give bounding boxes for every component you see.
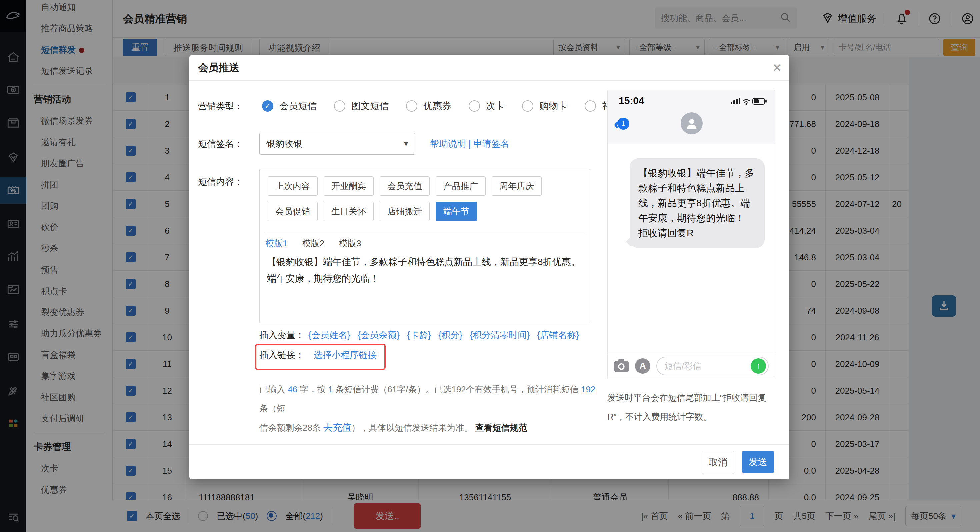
variable-link[interactable]: {会员姓名} xyxy=(308,329,350,341)
template-chip-周年店庆[interactable]: 周年店庆 xyxy=(492,176,542,196)
cancel-button[interactable]: 取消 xyxy=(702,451,734,474)
stats-text: 已输入 xyxy=(259,384,288,394)
sms-stats-text: 已输入 46 字，按 1 条短信计费（61字/条）。已选192个有效手机号，预计… xyxy=(259,380,606,437)
modal-footer-divider xyxy=(189,444,789,445)
radio-icon xyxy=(469,100,480,111)
phone-preview: 15:04 xyxy=(607,90,775,378)
sms-rules-link[interactable]: 查看短信规范 xyxy=(475,423,527,433)
insert-variables-row: 插入变量：{会员姓名}{会员余额}{卡龄}{积分}{积分清零时间}{店铺名称} xyxy=(259,329,584,341)
marketing-type-label: 营销类型： xyxy=(198,100,251,113)
wifi-icon xyxy=(743,100,749,102)
template-chip-开业酬宾[interactable]: 开业酬宾 xyxy=(324,176,374,196)
template-chip-生日关怀[interactable]: 生日关怀 xyxy=(324,202,374,221)
send-button[interactable]: 发送 xyxy=(742,451,774,473)
battery-icon xyxy=(752,98,767,104)
member-push-modal: 会员推送 × 营销类型： ✓会员短信图文短信优惠券次卡购物卡礼品包 短信签名： … xyxy=(189,55,789,479)
radio-icon xyxy=(585,100,596,111)
radio-icon: ✓ xyxy=(262,100,273,111)
variable-link[interactable]: {积分} xyxy=(438,329,462,341)
stats-text: 1 xyxy=(328,384,333,394)
chevron-down-icon: ▾ xyxy=(404,139,408,148)
phone-input-row: A 短信/彩信 ↑ xyxy=(608,353,775,378)
template-chip-上次内容[interactable]: 上次内容 xyxy=(268,176,318,196)
radio-option-优惠券[interactable]: 优惠券 xyxy=(406,100,451,112)
appstore-icon: A xyxy=(635,358,650,374)
sms-input-placeholder: 短信/彩信 xyxy=(664,360,702,372)
phone-back-button: ‹ 1 xyxy=(614,116,629,131)
template-chips: 上次内容开业酬宾会员充值产品推广周年店庆会员促销生日关怀店铺搬迁端午节 xyxy=(268,176,581,221)
insert-link-row: 插入链接： 选择小程序链接 xyxy=(259,348,377,362)
sms-content-label: 短信内容： xyxy=(198,175,251,188)
phone-statusbar: 15:04 xyxy=(608,90,775,144)
close-icon[interactable]: × xyxy=(773,60,781,76)
radio-option-图文短信[interactable]: 图文短信 xyxy=(334,100,389,112)
signal-icon xyxy=(731,98,740,104)
recharge-link[interactable]: 去充值 xyxy=(323,422,352,433)
wifi-dot xyxy=(745,103,747,105)
insert-link-label: 插入链接： xyxy=(259,349,304,361)
insert-variables-label: 插入变量： xyxy=(259,329,304,341)
radio-option-次卡[interactable]: 次卡 xyxy=(469,100,505,112)
template-chip-产品推广[interactable]: 产品推广 xyxy=(436,176,486,196)
contact-avatar-icon xyxy=(681,112,703,134)
template-chip-会员促销[interactable]: 会员促销 xyxy=(268,202,318,221)
radio-icon xyxy=(334,100,345,111)
variable-link[interactable]: {店铺名称} xyxy=(537,329,579,341)
unread-badge: 1 xyxy=(617,118,629,130)
camera-icon xyxy=(614,359,629,373)
stats-text: 条（短 xyxy=(259,403,285,413)
sms-input-field: 短信/彩信 ↑ xyxy=(656,357,768,375)
tab-模版3[interactable]: 模版3 xyxy=(339,238,361,249)
stats-text: 信余额剩余28条 xyxy=(259,423,323,433)
tab-模版1[interactable]: 模版1 xyxy=(265,238,287,249)
radio-icon xyxy=(406,100,417,111)
tab-模版2[interactable]: 模版2 xyxy=(302,238,324,249)
signature-select[interactable]: 银豹收银 ▾ xyxy=(259,133,415,155)
template-tabs: 模版1模版2模版3 xyxy=(265,238,361,249)
marketing-type-options: ✓会员短信图文短信优惠券次卡购物卡礼品包 xyxy=(262,100,630,112)
screen: 自动通知推荐商品策略短信群发短信发送记录营销活动微信场景发券邀请有礼朋友圈广告拼… xyxy=(0,0,980,532)
sms-message-text[interactable]: 【银豹收银】端午佳节，多款粽子和特色糕点新品上线，新品更享8折优惠。端午安康，期… xyxy=(267,254,582,287)
phone-time: 15:04 xyxy=(619,95,644,106)
sms-preview-bubble: 【银豹收银】端午佳节，多款粽子和特色糕点新品上线，新品更享8折优惠。端午安康，期… xyxy=(630,158,765,248)
template-chip-会员充值[interactable]: 会员充值 xyxy=(380,176,430,196)
stats-text: 条短信计费（61字/条）。已选192个有效手机号，预计消耗短信 xyxy=(333,384,581,394)
variable-link[interactable]: {卡龄} xyxy=(407,329,431,341)
radio-icon xyxy=(522,100,533,111)
variable-link[interactable]: {会员余额} xyxy=(358,329,400,341)
modal-title: 会员推送 xyxy=(198,55,239,80)
signature-help-link[interactable]: 帮助说明 | 申请签名 xyxy=(430,133,509,155)
panel-divider xyxy=(265,234,584,234)
signature-label: 短信签名： xyxy=(198,137,251,150)
sms-content-panel: 上次内容开业酬宾会员充值产品推广周年店庆会员促销生日关怀店铺搬迁端午节 模版1模… xyxy=(259,169,590,323)
radio-option-会员短信[interactable]: ✓会员短信 xyxy=(262,100,317,112)
stats-text: ），具体以短信发送结果为准。 xyxy=(352,423,475,433)
radio-option-购物卡[interactable]: 购物卡 xyxy=(522,100,567,112)
modal-title-divider xyxy=(189,80,789,81)
template-chip-店铺搬迁[interactable]: 店铺搬迁 xyxy=(380,202,430,221)
template-chip-端午节[interactable]: 端午节 xyxy=(436,202,477,221)
stats-text: 46 xyxy=(288,384,298,394)
stats-text: 192 xyxy=(581,384,595,394)
phone-status-icons xyxy=(731,96,767,108)
send-arrow-icon: ↑ xyxy=(751,358,766,374)
phone-footnote: 发送时平台会在短信尾部加上“拒收请回复R”，不计入费用统计字数。 xyxy=(607,388,781,426)
miniprogram-link[interactable]: 选择小程序链接 xyxy=(313,349,377,361)
stats-text: 字，按 xyxy=(298,384,328,394)
variable-link[interactable]: {积分清零时间} xyxy=(470,329,530,341)
